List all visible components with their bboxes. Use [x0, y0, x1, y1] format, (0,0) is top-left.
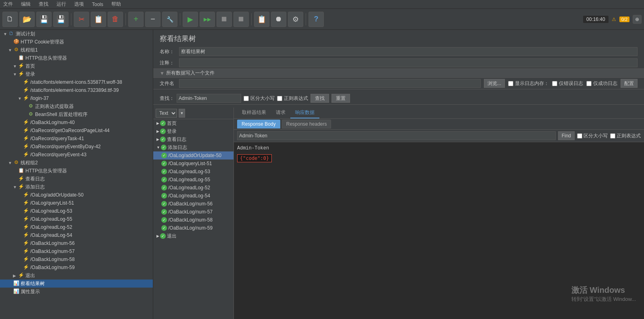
sidebar-item-oalog53[interactable]: ⚡ /OaLog/readLog-53 — [0, 207, 153, 215]
sidebar-item-add-log[interactable]: ▼ ⚡ 添加日志 — [0, 183, 153, 191]
sidebar-item-login[interactable]: ▼ ⚡ 登录 — [0, 70, 153, 78]
browse-button[interactable]: 浏览... — [484, 79, 505, 88]
stop-now-button[interactable]: ⏹ — [233, 12, 249, 27]
open-button[interactable]: 📂 — [19, 12, 35, 27]
file-input[interactable] — [179, 79, 481, 88]
result-item-backlog-58[interactable]: /OaBackLog/num-58 — [153, 216, 233, 224]
sidebar-item-font2[interactable]: ⚡ /static/fonts/element-icons.732389d.tt… — [0, 86, 153, 94]
sidebar-item-font1[interactable]: ⚡ /static/fonts/element-icons.535877f.wo… — [0, 78, 153, 86]
result-item-backlog-59[interactable]: /OaBackLog/num-59 — [153, 224, 233, 232]
help-button[interactable]: ? — [308, 12, 324, 27]
sidebar-item-test-plan[interactable]: ▼ 🗋 测试计划 — [0, 30, 153, 38]
sidebar-item-login37[interactable]: ▼ ⚡ /login-37 — [0, 94, 153, 102]
result-item-read-log-55[interactable]: /OaLog/readLog-55 — [153, 176, 233, 184]
menu-find[interactable]: 查找 — [37, 0, 50, 8]
sidebar-item-http-cookie[interactable]: 🍪 HTTP Cookie管理器 — [0, 38, 153, 46]
sidebar-item-check-log[interactable]: ⚡ 查看日志 — [0, 175, 153, 183]
save-button[interactable]: 💾 — [36, 12, 52, 27]
comment-input[interactable] — [179, 58, 638, 67]
expand-button[interactable]: ⊕ — [633, 15, 642, 24]
result-item-read-log-52[interactable]: /OaLog/readLog-52 — [153, 184, 233, 192]
find-button[interactable]: 查找 — [311, 94, 329, 103]
subtab-response-body[interactable]: Response Body — [237, 120, 280, 128]
record-button[interactable]: ⏺ — [271, 12, 286, 27]
copy-button[interactable]: 📋 — [91, 12, 106, 27]
stop-button[interactable]: ⏹ — [217, 12, 232, 27]
menu-run[interactable]: 运行 — [55, 0, 68, 8]
config-button[interactable]: 配置 — [621, 79, 638, 88]
result-item-backlog-57[interactable]: /OaBackLog/num-57 — [153, 208, 233, 216]
run-all-button[interactable]: ▶▶ — [200, 12, 215, 27]
reset-button[interactable]: 重置 — [331, 94, 350, 103]
menu-edit[interactable]: 编辑 — [19, 0, 32, 8]
result-item-home[interactable]: ▶ 首页 — [153, 119, 233, 127]
sidebar-item-http-header-1[interactable]: 📋 HTTP信息头管理器 — [0, 54, 153, 62]
result-item-read-log-53[interactable]: /OaLog/readLog-53 — [153, 168, 233, 176]
result-item-add-log[interactable]: ▼ 添加日志 — [153, 143, 233, 151]
search-input[interactable] — [177, 94, 241, 103]
sidebar-item-oalog51[interactable]: ⚡ /OaLog/queryList-51 — [0, 199, 153, 207]
h-scroll-2[interactable] — [153, 104, 644, 108]
result-item-login[interactable]: ▶ 登录 — [153, 127, 233, 135]
sidebar-item-property[interactable]: 📊 属性显示 — [0, 288, 153, 296]
sidebar-item-home[interactable]: ▼ ⚡ 首页 — [0, 62, 153, 70]
run-button[interactable]: ▶ — [183, 12, 198, 27]
error-log-checkbox[interactable] — [552, 81, 557, 86]
response-case-checkbox[interactable] — [577, 133, 582, 139]
case-checkbox[interactable] — [244, 96, 249, 101]
menu-help[interactable]: 帮助 — [110, 0, 123, 8]
clear-button[interactable]: 🔧 — [162, 12, 177, 27]
response-find-button[interactable]: Find — [558, 131, 575, 140]
new-button[interactable]: 🗋 — [2, 12, 18, 27]
h-scroll-1[interactable] — [153, 89, 644, 92]
sidebar-item-oalog55[interactable]: ⚡ /OaLog/readLog-55 — [0, 215, 153, 223]
tab-response-data[interactable]: 响应数据 — [290, 108, 319, 118]
response-search-input[interactable] — [237, 131, 556, 140]
save-as-button[interactable]: 💾 — [53, 12, 69, 27]
sidebar-item-oalog54[interactable]: ⚡ /OaLog/readLog-54 — [0, 231, 153, 239]
sidebar-item-beanshell[interactable]: ⚙ BeanShell 后置处理程序 — [0, 110, 153, 118]
tab-sampler-result[interactable]: 取样器结果 — [237, 108, 271, 118]
success-log-checkbox[interactable] — [586, 81, 592, 86]
add-button[interactable]: + — [128, 12, 144, 27]
subtab-response-headers[interactable]: Response headers — [282, 120, 331, 128]
sidebar-item-thread-group-1[interactable]: ▼ ⚙ 线程组1 — [0, 46, 153, 54]
sidebar-item-view-result[interactable]: 📊 察看结果树 — [0, 280, 153, 288]
log-checkbox[interactable] — [508, 81, 513, 86]
settings-button[interactable]: ⚙ — [288, 12, 303, 27]
log-button[interactable]: 📋 — [254, 12, 269, 27]
sidebar-item-oa42[interactable]: ⚡ /OaRecord/queryEventByDay-42 — [0, 143, 153, 151]
sidebar-item-oalog52[interactable]: ⚡ /OaLog/readLog-52 — [0, 223, 153, 231]
sidebar-item-exit[interactable]: ▶ ⚡ 退出 — [0, 271, 153, 280]
result-item-check-log[interactable]: ▶ 查看日志 — [153, 135, 233, 143]
name-input[interactable] — [179, 47, 638, 56]
text-dropdown[interactable]: Text — [156, 109, 177, 118]
sidebar-item-regex[interactable]: ⚙ 正则表达式提取器 — [0, 102, 153, 110]
cut-button[interactable]: ✂ — [74, 12, 89, 27]
dropdown-arrow[interactable]: ▼ — [179, 109, 185, 118]
sidebar-item-backlog59[interactable]: ⚡ /OaBackLog/num-59 — [0, 263, 153, 271]
result-item-read-log-54[interactable]: /OaLog/readLog-54 — [153, 192, 233, 200]
remove-button[interactable]: − — [145, 12, 160, 27]
tab-request[interactable]: 请求 — [271, 108, 290, 118]
sidebar-item-backlog40[interactable]: ⚡ /OaBackLog/num-40 — [0, 118, 153, 126]
menu-tools[interactable]: Tools — [90, 1, 105, 8]
delete-button[interactable]: 🗑 — [108, 12, 123, 27]
sidebar-item-oa44[interactable]: ⚡ /OaRecord/getOaRecordPageList-44 — [0, 126, 153, 135]
menu-file[interactable]: 文件 — [2, 0, 15, 8]
response-regex-checkbox[interactable] — [610, 133, 615, 139]
menu-options[interactable]: 选项 — [73, 0, 85, 8]
sidebar-item-backlog56[interactable]: ⚡ /OaBackLog/num-56 — [0, 239, 153, 247]
sidebar-item-oalog50[interactable]: ⚡ /OaLog/addOrUpdate-50 — [0, 191, 153, 199]
sidebar-item-oa41[interactable]: ⚡ /OaRecord/queryTask-41 — [0, 135, 153, 143]
result-item-query-list-51[interactable]: /OaLog/queryList-51 — [153, 160, 233, 168]
sidebar-item-thread-group-2[interactable]: ▼ ⚙ 线程组2 — [0, 159, 153, 167]
sidebar-item-http-header-2[interactable]: 📋 HTTP信息头管理器 — [0, 167, 153, 175]
result-item-backlog-56[interactable]: /OaBackLog/num-56 — [153, 200, 233, 208]
sidebar-item-backlog57[interactable]: ⚡ /OaBackLog/num-57 — [0, 247, 153, 255]
sidebar-item-oa43[interactable]: ⚡ /OaRecord/queryEvent-43 — [0, 151, 153, 159]
regex-checkbox[interactable] — [277, 96, 282, 101]
result-item-exit[interactable]: ▶ 退出 — [153, 232, 233, 240]
sidebar-item-backlog58[interactable]: ⚡ /OaBackLog/num-58 — [0, 255, 153, 263]
result-item-add-update-50[interactable]: /OaLog/addOrUpdate-50 — [153, 151, 233, 160]
